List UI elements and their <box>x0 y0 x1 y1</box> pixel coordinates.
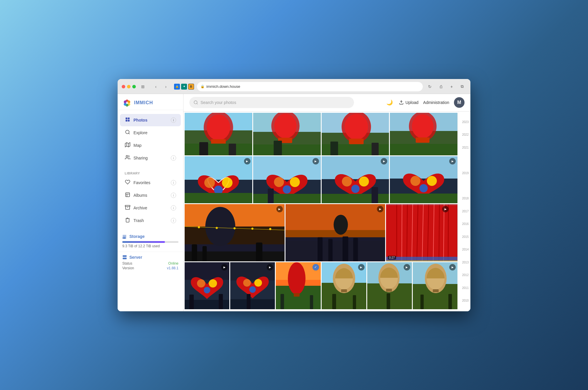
svg-rect-20 <box>123 255 126 257</box>
photo-cell-p2[interactable] <box>253 113 321 155</box>
search-placeholder: Search your photos <box>201 100 236 105</box>
ext-icon-1[interactable]: 🔒 <box>174 84 180 90</box>
share-button[interactable]: ⎙ <box>437 83 445 91</box>
sidebar-item-map[interactable]: Map <box>120 139 181 152</box>
sidebar-toggle-button[interactable]: ⊞ <box>139 83 147 91</box>
user-avatar[interactable]: M <box>454 97 465 108</box>
favorites-info-icon[interactable]: i <box>171 180 176 185</box>
photo-cell-p12[interactable]: ▶ <box>185 262 229 309</box>
sidebar-content: Photos i Explore <box>118 110 183 311</box>
photo-cell-p15[interactable]: ▶ <box>322 262 366 309</box>
app-logo-text: IMMICH <box>134 100 153 105</box>
sidebar-item-albums[interactable]: Albums i <box>120 189 181 201</box>
dark-mode-button[interactable]: 🌙 <box>385 98 394 107</box>
year-marker-2012[interactable]: 2012 <box>459 273 470 277</box>
photos-info-icon[interactable]: i <box>171 117 176 123</box>
sidebar-item-sharing[interactable]: Sharing i <box>120 152 181 164</box>
year-marker-2010[interactable]: 2010 <box>459 299 470 302</box>
ext-icon-3[interactable]: R <box>188 84 194 90</box>
photo-cell-p10[interactable]: ▶ <box>285 204 385 261</box>
photos-grid: ▶ <box>183 112 459 311</box>
maximize-button[interactable] <box>132 85 136 88</box>
administration-button[interactable]: Administration <box>423 100 449 105</box>
trash-icon <box>125 217 131 224</box>
back-button[interactable]: ‹ <box>152 83 160 91</box>
year-marker-2011[interactable]: 2011 <box>459 286 470 290</box>
upload-button[interactable]: Upload <box>399 100 418 105</box>
sharing-icon <box>125 155 131 161</box>
ext-icon-2[interactable]: ✦ <box>181 84 187 90</box>
sidebar-item-trash[interactable]: Trash i <box>120 214 181 227</box>
photo-cell-p14[interactable]: ▶ ✓ <box>276 262 320 309</box>
svg-marker-12 <box>125 142 130 147</box>
archive-icon <box>125 205 131 211</box>
year-marker-2019[interactable]: 2019 <box>459 172 470 175</box>
year-marker-2016[interactable]: 2016 <box>459 222 470 226</box>
photo-cell-p11[interactable]: ▶ 0:27 <box>386 204 457 261</box>
search-bar[interactable]: Search your photos <box>189 97 354 108</box>
extension-icons: 🔒 ✦ R <box>174 84 194 90</box>
add-tab-button[interactable]: + <box>447 83 456 91</box>
year-marker-2018[interactable]: 2018 <box>459 197 470 200</box>
photo-cell-p1[interactable] <box>185 113 252 155</box>
browser-chrome: ⊞ ‹ › 🔒 ✦ R 🔒 immich.down.house ↻ ⎙ + ⧉ <box>118 79 470 94</box>
storage-bar-background <box>122 241 178 243</box>
server-icon <box>122 255 127 260</box>
photo-cell-p6[interactable]: ▶ <box>253 156 321 203</box>
sidebar-item-photos[interactable]: Photos i <box>120 114 181 126</box>
year-marker-2014[interactable]: 2014 <box>459 248 470 251</box>
sharing-info-icon[interactable]: i <box>171 155 176 161</box>
app-container: IMMICH Photos i <box>118 94 470 311</box>
server-title: Server <box>122 255 178 260</box>
storage-usage-text: 9.3 TiB of 12.2 TiB used <box>122 244 178 248</box>
year-marker-2021[interactable]: 2021 <box>459 146 470 149</box>
close-button[interactable] <box>122 85 125 88</box>
photo-cell-p7[interactable]: ▶ <box>322 156 389 203</box>
tabs-button[interactable]: ⧉ <box>458 83 466 91</box>
sidebar-item-favorites[interactable]: Favorites i <box>120 176 181 189</box>
sidebar-item-explore[interactable]: Explore <box>120 127 181 139</box>
photo-cell-p17[interactable]: ▶ <box>413 262 457 309</box>
year-marker-2017[interactable]: 2017 <box>459 210 470 213</box>
archive-info-icon[interactable]: i <box>171 205 176 211</box>
sidebar-item-archive[interactable]: Archive i <box>120 202 181 214</box>
svg-rect-8 <box>128 117 130 119</box>
upload-icon <box>399 100 404 105</box>
trash-info-icon[interactable]: i <box>171 218 176 223</box>
photo-cell-p9[interactable]: ▶ <box>185 204 285 261</box>
forward-button[interactable]: › <box>162 83 170 91</box>
albums-label: Albums <box>133 193 147 198</box>
address-bar[interactable]: 🔒 immich.down.house <box>197 82 423 91</box>
photo-cell-p13[interactable]: ▶ <box>230 262 275 309</box>
photo-cell-p3[interactable] <box>322 113 389 155</box>
photos-grid-container: ▶ <box>183 112 470 311</box>
svg-rect-21 <box>123 258 126 259</box>
photo-cell-p8[interactable]: ▶ <box>390 156 457 203</box>
year-marker-spacer1: · <box>459 159 470 162</box>
photo-cell-p5[interactable]: ▶ <box>185 156 252 203</box>
year-marker-2023[interactable]: 2023 <box>459 120 470 124</box>
photo-row-1 <box>185 113 457 155</box>
minimize-button[interactable] <box>127 85 131 88</box>
browser-nav-controls: ‹ › <box>152 83 170 91</box>
photo-row-4: ▶ <box>185 262 457 309</box>
server-status-value: Online <box>168 261 178 265</box>
photos-label: Photos <box>133 118 147 122</box>
year-marker-2022[interactable]: 2022 <box>459 133 470 136</box>
reload-button[interactable]: ↻ <box>426 83 434 91</box>
library-section-label: LIBRARY <box>118 168 183 176</box>
albums-info-icon[interactable]: i <box>171 193 176 198</box>
favorites-label: Favorites <box>133 180 151 185</box>
year-marker-2015[interactable]: 2015 <box>459 235 470 238</box>
sidebar: IMMICH Photos i <box>118 94 183 311</box>
year-marker-2013[interactable]: 2013 <box>459 261 470 264</box>
albums-icon <box>125 192 131 199</box>
explore-label: Explore <box>133 130 147 135</box>
library-nav: Favorites i Albums i <box>118 176 183 231</box>
trash-label: Trash <box>133 218 144 223</box>
storage-section: Storage 9.3 TiB of 12.2 TiB used <box>118 231 183 252</box>
upload-label: Upload <box>405 100 418 105</box>
storage-bar-fill <box>122 241 165 243</box>
photo-cell-p16[interactable]: ▶ <box>367 262 412 309</box>
photo-cell-p4[interactable] <box>390 113 457 155</box>
